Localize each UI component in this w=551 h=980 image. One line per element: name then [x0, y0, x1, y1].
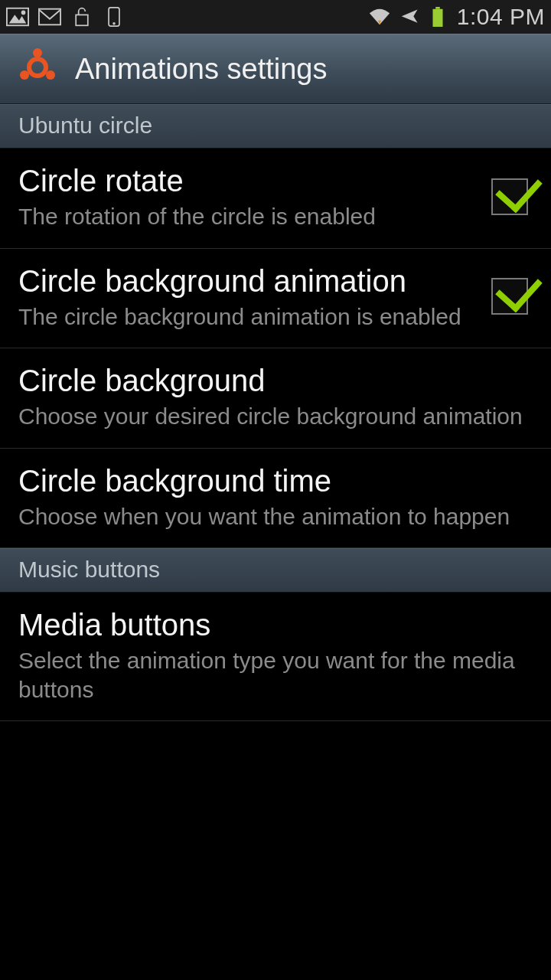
svg-point-11 — [33, 48, 42, 57]
pref-title: Circle background animation — [18, 263, 479, 299]
checkbox-circle-rotate[interactable] — [491, 178, 528, 215]
svg-point-13 — [46, 70, 55, 80]
pref-circle-background-time[interactable]: Circle background time Choose when you w… — [0, 449, 551, 549]
pref-title: Media buttons — [18, 606, 533, 643]
phone-icon — [103, 7, 126, 27]
pref-summary: Choose your desired circle background an… — [18, 402, 533, 431]
pref-summary: The circle background animation is enabl… — [18, 302, 479, 332]
page-title: Animations settings — [75, 53, 328, 86]
pref-media-buttons[interactable]: Media buttons Select the animation type … — [0, 593, 551, 721]
ubuntu-logo-icon — [17, 47, 58, 91]
svg-point-2 — [21, 11, 26, 15]
lock-open-icon — [70, 7, 93, 27]
pref-summary: Choose when you want the animation to ha… — [18, 502, 533, 531]
checkbox-circle-bg-animation[interactable] — [491, 278, 528, 315]
pref-summary: The rotation of the circle is enabled — [18, 202, 479, 231]
wifi-icon — [368, 7, 391, 27]
pref-title: Circle background time — [18, 462, 533, 499]
svg-rect-8 — [435, 7, 440, 9]
pref-summary: Select the animation type you want for t… — [18, 646, 533, 704]
svg-rect-3 — [39, 9, 60, 25]
svg-point-6 — [112, 22, 115, 24]
svg-point-12 — [20, 70, 29, 80]
airplane-icon — [399, 7, 422, 27]
svg-rect-9 — [432, 9, 442, 27]
battery-icon — [429, 7, 446, 27]
svg-marker-1 — [9, 15, 27, 23]
pref-circle-rotate[interactable]: Circle rotate The rotation of the circle… — [0, 149, 551, 249]
picture-icon — [6, 7, 29, 27]
pref-circle-background[interactable]: Circle background Choose your desired ci… — [0, 348, 551, 449]
pref-circle-bg-animation[interactable]: Circle background animation The circle b… — [0, 249, 551, 349]
section-header-music-buttons: Music buttons — [0, 548, 551, 593]
gmail-icon — [38, 7, 61, 27]
status-clock: 1:04 PM — [454, 4, 545, 30]
svg-rect-4 — [76, 15, 88, 25]
pref-title: Circle rotate — [18, 162, 479, 199]
status-bar: 1:04 PM — [0, 0, 551, 34]
section-header-ubuntu-circle: Ubuntu circle — [0, 104, 551, 149]
pref-title: Circle background — [18, 362, 533, 399]
svg-point-10 — [29, 59, 46, 76]
action-bar: Animations settings — [0, 34, 551, 104]
